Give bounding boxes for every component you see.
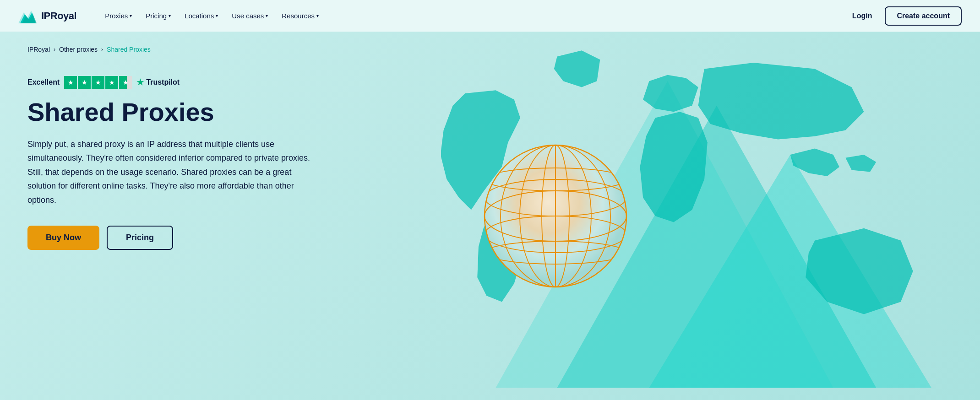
- nav-items: Proxies ▾ Pricing ▾ Locations ▾ Use case…: [99, 8, 847, 23]
- trustpilot-logo: ★ Trustpilot: [136, 77, 180, 87]
- svg-point-8: [485, 168, 626, 191]
- svg-point-11: [485, 216, 626, 253]
- svg-point-15: [542, 145, 569, 287]
- hero-section: Excellent ★ ★ ★ ★ ★ ★ Trustpilot Shared …: [27, 76, 348, 250]
- svg-marker-5: [496, 81, 833, 388]
- star-1: ★: [64, 76, 77, 89]
- chevron-down-icon: ▾: [216, 13, 218, 18]
- chevron-down-icon: ▾: [316, 13, 319, 18]
- nav-use-cases[interactable]: Use cases ▾: [226, 8, 273, 23]
- svg-point-16: [501, 145, 610, 287]
- background-shapes: [441, 32, 980, 400]
- svg-point-9: [485, 179, 626, 216]
- illustration-area: [441, 32, 980, 400]
- trustpilot-rating: Excellent ★ ★ ★ ★ ★ ★ Trustpilot: [27, 76, 348, 89]
- breadcrumb-other-proxies[interactable]: Other proxies: [59, 46, 98, 53]
- nav-actions: Login Create account: [847, 6, 962, 26]
- logo-text: IPRoyal: [41, 10, 76, 22]
- chevron-down-icon: ▾: [130, 13, 132, 18]
- nav-proxies[interactable]: Proxies ▾: [99, 8, 137, 23]
- svg-point-6: [485, 145, 626, 287]
- buy-now-button[interactable]: Buy Now: [27, 226, 99, 250]
- chevron-down-icon: ▾: [266, 13, 268, 18]
- stars-container: ★ ★ ★ ★ ★: [64, 76, 132, 89]
- main-content: IPRoyal › Other proxies › Shared Proxies…: [0, 32, 980, 400]
- navbar: IPRoyal Proxies ▾ Pricing ▾ Locations ▾ …: [0, 0, 980, 32]
- svg-point-7: [485, 145, 626, 287]
- svg-point-12: [485, 241, 626, 264]
- breadcrumb-separator-1: ›: [54, 46, 55, 53]
- star-5-half: ★: [119, 76, 132, 89]
- excellent-label: Excellent: [27, 78, 60, 86]
- pricing-button[interactable]: Pricing: [107, 226, 173, 250]
- nav-pricing[interactable]: Pricing ▾: [140, 8, 176, 23]
- star-4: ★: [105, 76, 118, 89]
- star-3: ★: [92, 76, 104, 89]
- star-2: ★: [78, 76, 91, 89]
- svg-marker-4: [649, 155, 931, 388]
- chevron-down-icon: ▾: [169, 13, 171, 18]
- create-account-button[interactable]: Create account: [885, 6, 962, 26]
- breadcrumb-separator-2: ›: [101, 46, 103, 53]
- breadcrumb: IPRoyal › Other proxies › Shared Proxies: [27, 46, 953, 53]
- trustpilot-brand: Trustpilot: [146, 78, 180, 86]
- page-title: Shared Proxies: [27, 98, 348, 126]
- nav-locations[interactable]: Locations ▾: [179, 8, 223, 23]
- hero-buttons: Buy Now Pricing: [27, 226, 348, 250]
- logo-link[interactable]: IPRoyal: [18, 9, 76, 23]
- login-button[interactable]: Login: [847, 8, 878, 24]
- breadcrumb-home[interactable]: IPRoyal: [27, 46, 50, 53]
- svg-point-10: [485, 191, 626, 241]
- nav-resources[interactable]: Resources ▾: [276, 8, 324, 23]
- logo-icon: [18, 9, 37, 23]
- globe-illustration: [478, 138, 633, 294]
- breadcrumb-current: Shared Proxies: [107, 46, 151, 53]
- svg-point-14: [520, 145, 591, 287]
- trustpilot-star-icon: ★: [136, 77, 144, 87]
- svg-marker-3: [557, 106, 877, 388]
- page-description: Simply put, a shared proxy is an IP addr…: [27, 137, 311, 207]
